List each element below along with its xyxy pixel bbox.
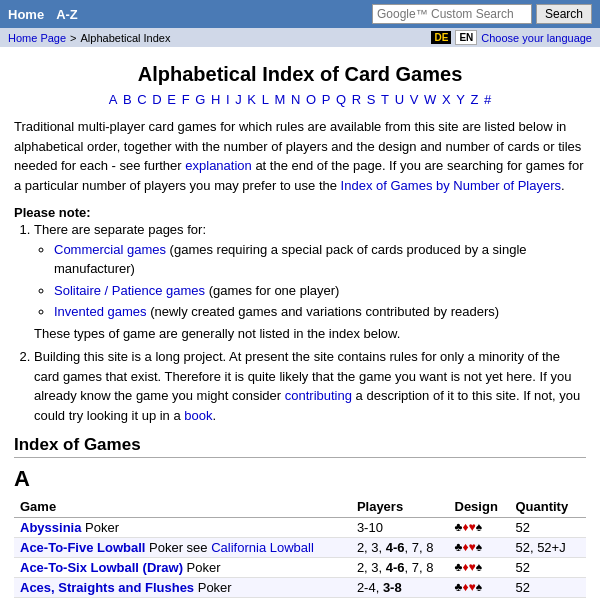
alpha-Q[interactable]: Q <box>336 92 346 107</box>
alpha-Y[interactable]: Y <box>456 92 465 107</box>
note-invented: Invented games (newly created games and … <box>54 302 586 322</box>
players-cell: 3-10 <box>351 518 449 538</box>
alpha-J[interactable]: J <box>235 92 242 107</box>
please-note-section: Please note: There are separate pages fo… <box>14 205 586 425</box>
col-players: Players <box>351 496 449 518</box>
game-suffix: Poker see <box>145 540 211 555</box>
alpha-hash[interactable]: # <box>484 92 491 107</box>
alpha-C[interactable]: C <box>137 92 146 107</box>
alpha-V[interactable]: V <box>410 92 419 107</box>
table-header-row: Game Players Design Quantity <box>14 496 586 518</box>
players-cell: 2-4, 3-8 <box>351 578 449 598</box>
alpha-O[interactable]: O <box>306 92 316 107</box>
search-button[interactable]: Search <box>536 4 592 24</box>
nav-home[interactable]: Home <box>8 7 44 22</box>
design-cell: ♣♦♥♠ <box>449 538 510 558</box>
game-link[interactable]: Abyssinia <box>20 520 81 535</box>
game-link[interactable]: Ace-To-Five Lowball <box>20 540 145 555</box>
players-cell: 2, 3, 4-6, 7, 8 <box>351 538 449 558</box>
lang-bar: Home Page > Alphabetical Index DE EN Cho… <box>0 28 600 47</box>
breadcrumb-current: Alphabetical Index <box>81 32 171 44</box>
book-link[interactable]: book <box>184 408 212 423</box>
game-link[interactable]: Aces, Straights and Flushes <box>20 580 194 595</box>
game-name-cell: Ace-To-Five Lowball Poker see California… <box>14 538 351 558</box>
col-design: Design <box>449 496 510 518</box>
quantity-cell: 52 <box>509 578 586 598</box>
game-suffix: Poker <box>81 520 119 535</box>
note-sublist: Commercial games (games requiring a spec… <box>54 240 586 322</box>
game-name-cell: Ace-To-Six Lowball (Draw) Poker <box>14 558 351 578</box>
col-game: Game <box>14 496 351 518</box>
alpha-R[interactable]: R <box>352 92 361 107</box>
design-cell: ♣♦♥♠ <box>449 578 510 598</box>
note-solitaire: Solitaire / Patience games (games for on… <box>54 281 586 301</box>
alpha-Z[interactable]: Z <box>470 92 478 107</box>
search-input[interactable] <box>372 4 532 24</box>
game-suffix: Poker <box>194 580 232 595</box>
games-table: Game Players Design Quantity Abyssinia P… <box>14 496 586 600</box>
alpha-E[interactable]: E <box>167 92 176 107</box>
alpha-P[interactable]: P <box>322 92 331 107</box>
contributing-link[interactable]: contributing <box>285 388 352 403</box>
design-cell: ♣♦♥♠ <box>449 518 510 538</box>
search-box: Search <box>372 4 592 24</box>
alpha-L[interactable]: L <box>262 92 269 107</box>
alpha-G[interactable]: G <box>195 92 205 107</box>
explanation-link[interactable]: explanation <box>185 158 252 173</box>
game-name-cell: Aces, Straights and Flushes Poker <box>14 578 351 598</box>
nav-az[interactable]: A-Z <box>56 7 78 22</box>
alpha-N[interactable]: N <box>291 92 300 107</box>
alpha-X[interactable]: X <box>442 92 451 107</box>
section-letter-a: A <box>14 466 586 492</box>
alpha-B[interactable]: B <box>123 92 132 107</box>
lang-de[interactable]: DE <box>431 31 451 44</box>
alpha-index: A B C D E F G H I J K L M N O P Q R S T … <box>14 92 586 107</box>
invented-games-link[interactable]: Invented games <box>54 304 147 319</box>
quantity-cell: 52, 52+J <box>509 538 586 558</box>
game-link[interactable]: Ace-To-Six Lowball (Draw) <box>20 560 183 575</box>
alpha-H[interactable]: H <box>211 92 220 107</box>
alpha-D[interactable]: D <box>152 92 161 107</box>
alpha-U[interactable]: U <box>395 92 404 107</box>
solitaire-link[interactable]: Solitaire / Patience games <box>54 283 205 298</box>
intro-paragraph: Traditional multi-player card games for … <box>14 117 586 195</box>
lang-en[interactable]: EN <box>455 30 477 45</box>
game-name-cell: Abyssinia Poker <box>14 518 351 538</box>
alpha-M[interactable]: M <box>275 92 286 107</box>
alpha-S[interactable]: S <box>367 92 376 107</box>
breadcrumb-home[interactable]: Home Page <box>8 32 66 44</box>
alpha-I[interactable]: I <box>226 92 230 107</box>
main-content: Alphabetical Index of Card Games A B C D… <box>0 47 600 600</box>
alpha-K[interactable]: K <box>247 92 256 107</box>
index-by-number-link[interactable]: Index of Games by Number of Players <box>341 178 561 193</box>
table-row: Ace-To-Six Lowball (Draw) Poker2, 3, 4-6… <box>14 558 586 578</box>
quantity-cell: 52 <box>509 518 586 538</box>
top-navbar: Home A-Z Search <box>0 0 600 28</box>
note-item-2: Building this site is a long project. At… <box>34 347 586 425</box>
alpha-W[interactable]: W <box>424 92 436 107</box>
note-item-1: There are separate pages for: Commercial… <box>34 220 586 343</box>
index-section-title: Index of Games <box>14 435 586 458</box>
choose-language[interactable]: Choose your language <box>481 32 592 44</box>
note-commercial: Commercial games (games requiring a spec… <box>54 240 586 279</box>
table-row: Aces, Straights and Flushes Poker2-4, 3-… <box>14 578 586 598</box>
alpha-F[interactable]: F <box>182 92 190 107</box>
commercial-games-link[interactable]: Commercial games <box>54 242 166 257</box>
table-row: Ace-To-Five Lowball Poker see California… <box>14 538 586 558</box>
col-quantity: Quantity <box>509 496 586 518</box>
quantity-cell: 52 <box>509 558 586 578</box>
game-see-link[interactable]: California Lowball <box>211 540 314 555</box>
alpha-T[interactable]: T <box>381 92 389 107</box>
please-note-title: Please note: <box>14 205 91 220</box>
table-row: Abyssinia Poker3-10♣♦♥♠52 <box>14 518 586 538</box>
players-cell: 2, 3, 4-6, 7, 8 <box>351 558 449 578</box>
breadcrumb-sep: > <box>70 32 76 44</box>
game-suffix: Poker <box>183 560 221 575</box>
alpha-A[interactable]: A <box>109 92 118 107</box>
page-title: Alphabetical Index of Card Games <box>14 63 586 86</box>
please-note-list: There are separate pages for: Commercial… <box>34 220 586 425</box>
design-cell: ♣♦♥♠ <box>449 558 510 578</box>
